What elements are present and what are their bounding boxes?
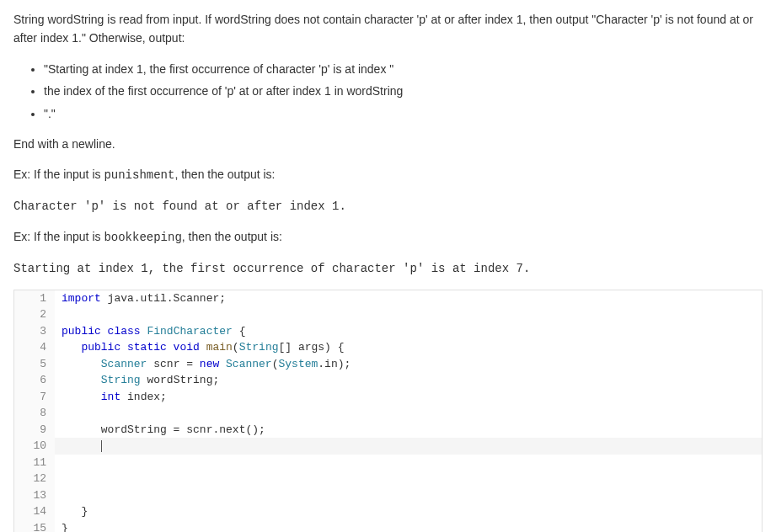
ex2-suffix: , then the output is: <box>182 230 282 243</box>
line-number: 3 <box>14 323 55 340</box>
code-line[interactable]: 12 <box>14 471 762 487</box>
code-content[interactable]: import java.util.Scanner; <box>55 290 762 307</box>
ex1-input: punishment <box>104 168 174 182</box>
line-number: 14 <box>14 503 55 520</box>
ex2-prefix: Ex: If the input is <box>13 230 104 243</box>
code-content[interactable] <box>55 306 762 323</box>
end-newline-note: End with a newline. <box>13 135 763 153</box>
line-number: 15 <box>14 520 55 532</box>
example-2-output: Starting at index 1, the first occurrenc… <box>13 259 763 278</box>
example-2-prompt: Ex: If the input is bookkeeping, then th… <box>13 227 763 247</box>
code-content[interactable] <box>55 438 762 455</box>
line-number: 2 <box>14 306 55 323</box>
code-content[interactable]: public class FindCharacter { <box>55 323 762 340</box>
code-line[interactable]: 7 int index; <box>14 389 762 406</box>
code-line[interactable]: 3public class FindCharacter { <box>14 323 762 340</box>
code-editor[interactable]: 1import java.util.Scanner;2 3public clas… <box>13 290 763 532</box>
line-number: 8 <box>14 405 55 422</box>
code-content[interactable]: String wordString; <box>55 372 762 389</box>
code-content[interactable] <box>55 487 762 504</box>
line-number: 13 <box>14 487 55 504</box>
example-1-output: Character 'p' is not found at or after i… <box>13 197 763 215</box>
line-number: 6 <box>14 372 55 389</box>
code-line[interactable]: 2 <box>14 306 762 323</box>
code-line[interactable]: 9 wordString = scnr.next(); <box>14 422 762 439</box>
code-line[interactable]: 11 <box>14 455 762 471</box>
code-line[interactable]: 15} <box>14 520 762 532</box>
code-content[interactable]: Scanner scnr = new Scanner(System.in); <box>55 356 762 373</box>
code-content[interactable] <box>55 405 762 422</box>
problem-paragraph-1: String wordString is read from input. If… <box>13 10 763 48</box>
code-content[interactable]: int index; <box>55 389 762 406</box>
code-line[interactable]: 1import java.util.Scanner; <box>14 290 762 307</box>
code-line[interactable]: 4 public static void main(String[] args)… <box>14 339 762 356</box>
ex1-suffix: , then the output is: <box>174 168 275 181</box>
line-number: 1 <box>14 290 55 307</box>
code-content[interactable]: public static void main(String[] args) { <box>55 339 762 356</box>
ex2-input: bookkeeping <box>104 231 181 244</box>
code-line[interactable]: 13 <box>14 487 762 504</box>
line-number: 12 <box>14 471 55 487</box>
code-line[interactable]: 8 <box>14 405 762 422</box>
line-number: 11 <box>14 455 55 471</box>
code-line[interactable]: 6 String wordString; <box>14 372 762 389</box>
code-content[interactable]: } <box>55 503 762 520</box>
example-1-prompt: Ex: If the input is punishment, then the… <box>13 165 763 184</box>
code-content[interactable] <box>55 455 762 471</box>
bullet-3: "." <box>44 104 763 123</box>
line-number: 4 <box>14 339 55 356</box>
text-cursor <box>101 440 102 452</box>
code-content[interactable] <box>55 471 762 487</box>
requirement-bullets: "Starting at index 1, the first occurren… <box>44 60 763 123</box>
code-line[interactable]: 10 <box>14 438 762 455</box>
line-number: 7 <box>14 389 55 406</box>
code-line[interactable]: 5 Scanner scnr = new Scanner(System.in); <box>14 356 762 373</box>
bullet-1: "Starting at index 1, the first occurren… <box>44 60 763 78</box>
code-content[interactable]: } <box>55 520 762 532</box>
ex1-prefix: Ex: If the input is <box>13 168 104 181</box>
code-line[interactable]: 14 } <box>14 503 762 520</box>
line-number: 9 <box>14 422 55 439</box>
bullet-2: the index of the first occurrence of 'p'… <box>44 82 763 100</box>
code-content[interactable]: wordString = scnr.next(); <box>55 422 762 439</box>
line-number: 10 <box>14 438 55 455</box>
line-number: 5 <box>14 356 55 373</box>
